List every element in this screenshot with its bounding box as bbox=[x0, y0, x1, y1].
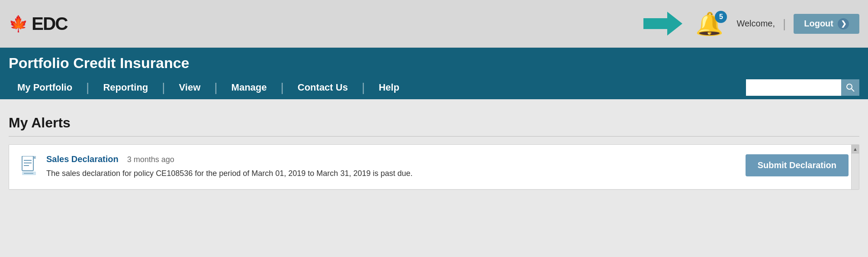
alert-doc-icon bbox=[19, 154, 39, 177]
alert-body: Sales Declaration 3 months ago The sales… bbox=[46, 154, 729, 179]
svg-marker-0 bbox=[643, 12, 682, 36]
nav-sep-1: | bbox=[85, 81, 90, 94]
submit-declaration-button[interactable]: Submit Declaration bbox=[746, 154, 849, 176]
nav-item-reporting[interactable]: Reporting bbox=[90, 76, 161, 99]
welcome-text: Welcome, bbox=[736, 19, 775, 29]
nav-item-view[interactable]: View bbox=[166, 76, 214, 99]
svg-rect-5 bbox=[33, 156, 36, 159]
logo: 🍁 EDC bbox=[9, 13, 68, 34]
search-button[interactable] bbox=[841, 79, 859, 96]
logo-text: EDC bbox=[32, 13, 68, 34]
nav-menu: My Portfolio | Reporting | View | Manage… bbox=[0, 76, 868, 99]
header-right: 🔔 5 Welcome, | Logout ❯ bbox=[643, 12, 859, 36]
notification-bell[interactable]: 🔔 5 bbox=[695, 13, 723, 35]
alert-message: The sales declaration for policy CE10853… bbox=[46, 168, 729, 179]
alerts-container: Sales Declaration 3 months ago The sales… bbox=[9, 144, 859, 190]
nav-item-manage[interactable]: Manage bbox=[219, 76, 280, 99]
title-divider bbox=[9, 136, 859, 137]
top-header: 🍁 EDC 🔔 5 Welcome, | Logout ❯ bbox=[0, 0, 868, 48]
document-icon bbox=[21, 156, 37, 175]
notification-count-badge: 5 bbox=[715, 11, 727, 23]
svg-point-1 bbox=[847, 84, 852, 89]
logout-label: Logout bbox=[804, 19, 833, 29]
logout-button[interactable]: Logout ❯ bbox=[794, 14, 859, 34]
search-icon bbox=[846, 83, 855, 92]
scroll-up-button[interactable]: ▲ bbox=[852, 145, 859, 153]
table-row: Sales Declaration 3 months ago The sales… bbox=[9, 145, 859, 189]
alert-action: Submit Declaration bbox=[746, 154, 849, 176]
nav-item-contact-us[interactable]: Contact Us bbox=[285, 76, 361, 99]
maple-leaf-icon: 🍁 bbox=[9, 15, 28, 33]
nav-sep-2: | bbox=[161, 81, 166, 94]
scrollbar[interactable]: ▲ bbox=[851, 145, 859, 189]
nav-bar: Portfolio Credit Insurance My Portfolio … bbox=[0, 48, 868, 99]
logout-chevron-icon: ❯ bbox=[838, 18, 849, 29]
svg-line-2 bbox=[852, 89, 854, 91]
page-title: My Alerts bbox=[9, 108, 859, 136]
header-divider: | bbox=[783, 17, 786, 31]
page-content: My Alerts bbox=[0, 99, 868, 190]
nav-sep-5: | bbox=[361, 81, 366, 94]
nav-sep-3: | bbox=[213, 81, 218, 94]
nav-sep-4: | bbox=[280, 81, 285, 94]
welcome-section: Welcome, | Logout ❯ bbox=[736, 14, 859, 34]
alert-header-row: Sales Declaration 3 months ago bbox=[46, 154, 729, 164]
alert-time: 3 months ago bbox=[127, 155, 174, 164]
nav-search-area bbox=[746, 79, 864, 96]
search-input[interactable] bbox=[746, 79, 841, 96]
nav-title: Portfolio Credit Insurance bbox=[0, 48, 868, 76]
nav-item-my-portfolio[interactable]: My Portfolio bbox=[4, 76, 85, 99]
nav-item-help[interactable]: Help bbox=[366, 76, 412, 99]
arrow-icon bbox=[643, 12, 682, 36]
alert-title: Sales Declaration bbox=[46, 154, 119, 164]
